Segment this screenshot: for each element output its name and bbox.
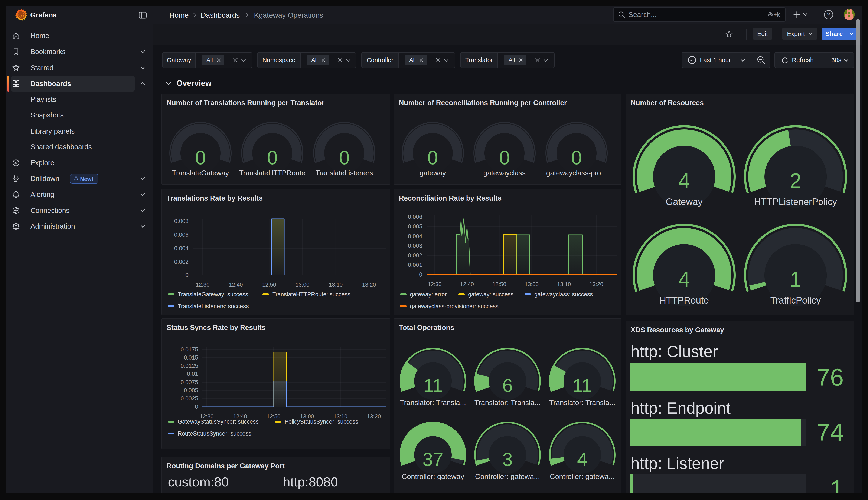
svg-text:?: ?	[827, 12, 830, 18]
